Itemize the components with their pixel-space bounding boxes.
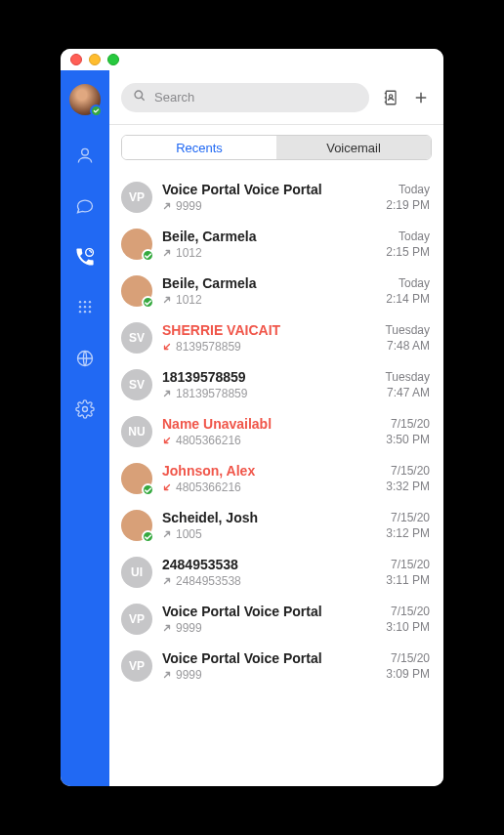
outgoing-call-icon [162, 295, 172, 305]
call-avatar: VP [121, 182, 152, 213]
fullscreen-window-button[interactable] [107, 54, 119, 65]
call-row[interactable]: VPVoice Portal Voice Portal99997/15/203:… [109, 596, 443, 643]
presence-indicator [142, 296, 154, 309]
call-name: Name Unavailabl [162, 416, 376, 432]
call-subline: 18139578859 [162, 387, 375, 400]
svg-point-10 [89, 311, 91, 313]
call-date: 7/15/20 [386, 605, 430, 618]
call-info: 1813957885918139578859 [162, 369, 375, 400]
call-info: Voice Portal Voice Portal9999 [162, 650, 376, 682]
tab-voicemail[interactable]: Voicemail [276, 136, 431, 159]
search-icon [133, 89, 147, 106]
call-avatar: SV [121, 322, 152, 354]
call-timestamp: Today2:15 PM [386, 230, 430, 259]
call-number: 1012 [176, 246, 202, 260]
meetings-icon[interactable] [74, 348, 96, 369]
add-button[interactable] [410, 87, 432, 108]
call-time: 3:32 PM [386, 480, 430, 493]
tab-recents[interactable]: Recents [122, 136, 276, 159]
call-avatar: VP [121, 650, 152, 682]
call-row[interactable]: VPVoice Portal Voice Portal9999Today2:19… [109, 174, 443, 221]
svg-point-0 [82, 148, 89, 155]
call-name: Voice Portal Voice Portal [162, 182, 376, 197]
call-row[interactable]: UI248495353824849535387/15/203:11 PM [109, 549, 443, 596]
call-timestamp: 7/15/203:11 PM [386, 558, 430, 587]
titlebar [61, 49, 443, 70]
call-info: Johnson, Alex4805366216 [162, 463, 376, 494]
svg-point-3 [84, 301, 86, 303]
call-subline: 9999 [162, 199, 376, 213]
call-number: 9999 [176, 199, 202, 213]
call-row[interactable]: Johnson, Alex48053662167/15/203:32 PM [109, 455, 443, 502]
call-subline: 9999 [162, 668, 376, 682]
call-list: VPVoice Portal Voice Portal9999Today2:19… [109, 170, 443, 786]
call-subline: 8139578859 [162, 340, 375, 354]
call-avatar: VP [121, 604, 152, 635]
call-date: Today [386, 276, 430, 290]
svg-point-15 [389, 94, 392, 97]
call-number: 4805366216 [176, 480, 241, 494]
call-row[interactable]: Beile, Carmela1012Today2:15 PM [109, 221, 443, 268]
dialpad-icon[interactable] [74, 297, 96, 318]
settings-icon[interactable] [74, 398, 96, 420]
call-row[interactable]: NUName Unavailabl48053662167/15/203:50 P… [109, 408, 443, 455]
call-name: 2484953538 [162, 557, 376, 572]
minimize-window-button[interactable] [89, 54, 101, 65]
call-avatar [121, 463, 152, 494]
call-date: 7/15/20 [386, 464, 430, 478]
call-date: 7/15/20 [386, 511, 430, 524]
call-row[interactable]: SVSHERRIE VAICAIT8139578859Tuesday7:48 A… [109, 314, 443, 361]
close-window-button[interactable] [70, 54, 82, 65]
outgoing-call-icon [162, 670, 172, 680]
address-book-icon[interactable] [379, 87, 400, 108]
call-date: Today [386, 183, 430, 196]
call-name: Beile, Carmela [162, 229, 376, 244]
call-row[interactable]: VPVoice Portal Voice Portal99997/15/203:… [109, 643, 443, 689]
call-date: Today [386, 230, 430, 243]
call-avatar: UI [121, 557, 152, 588]
call-timestamp: Tuesday7:47 AM [385, 370, 430, 399]
call-avatar: SV [121, 369, 152, 400]
svg-line-14 [142, 97, 145, 100]
chat-icon[interactable] [74, 195, 96, 217]
outgoing-call-icon [162, 576, 172, 586]
sidebar [61, 70, 109, 786]
call-name: Voice Portal Voice Portal [162, 604, 376, 619]
call-info: 24849535382484953538 [162, 557, 376, 588]
calls-icon[interactable] [74, 246, 96, 268]
search-box[interactable] [121, 83, 369, 112]
call-info: Name Unavailabl4805366216 [162, 416, 376, 447]
call-number: 1005 [176, 527, 202, 541]
call-row[interactable]: Scheidel, Josh10057/15/203:12 PM [109, 502, 443, 549]
call-row[interactable]: Beile, Carmela1012Today2:14 PM [109, 268, 443, 314]
call-name: SHERRIE VAICAIT [162, 322, 375, 338]
call-date: 7/15/20 [386, 651, 430, 665]
call-avatar [121, 229, 152, 260]
svg-point-7 [89, 306, 91, 308]
call-time: 2:15 PM [386, 245, 430, 259]
call-time: 2:14 PM [386, 292, 430, 306]
call-timestamp: Tuesday7:48 AM [385, 323, 430, 353]
call-row[interactable]: SV1813957885918139578859Tuesday7:47 AM [109, 361, 443, 408]
app-window: Recents Voicemail VPVoice Portal Voice P… [61, 49, 443, 786]
presence-indicator [142, 249, 154, 262]
search-input[interactable] [154, 90, 357, 104]
call-subline: 2484953538 [162, 574, 376, 588]
call-avatar [121, 510, 152, 541]
call-number: 2484953538 [176, 574, 241, 588]
svg-point-13 [135, 91, 143, 99]
my-avatar[interactable] [69, 84, 101, 115]
call-time: 3:12 PM [386, 526, 430, 540]
call-name: Beile, Carmela [162, 275, 376, 291]
call-info: Voice Portal Voice Portal9999 [162, 604, 376, 635]
svg-point-2 [79, 301, 81, 303]
outgoing-call-icon [162, 201, 172, 211]
call-name: Scheidel, Josh [162, 510, 376, 525]
call-time: 7:47 AM [385, 386, 430, 399]
call-timestamp: Today2:19 PM [386, 183, 430, 212]
call-number: 9999 [176, 621, 202, 635]
call-time: 2:19 PM [386, 198, 430, 212]
contacts-icon[interactable] [74, 145, 96, 166]
main-panel: Recents Voicemail VPVoice Portal Voice P… [109, 70, 443, 786]
call-time: 3:10 PM [386, 620, 430, 634]
